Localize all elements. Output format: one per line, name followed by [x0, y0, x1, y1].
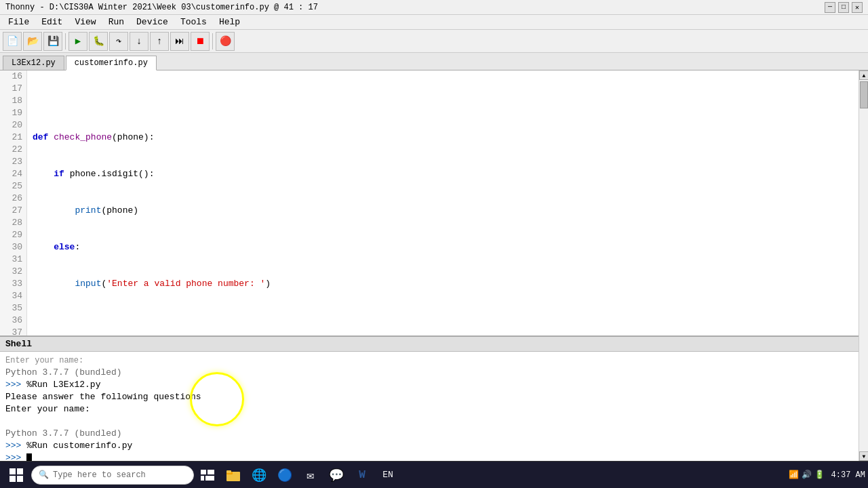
- menu-file[interactable]: File: [3, 16, 35, 28]
- zoom-button[interactable]: 🔴: [216, 32, 235, 51]
- ln-29: 29: [0, 229, 22, 241]
- menu-edit[interactable]: Edit: [36, 16, 68, 28]
- taskbar-time[interactable]: 4:37 AM: [831, 470, 865, 480]
- shell-content[interactable]: Enter your name: Python 3.7.7 (bundled) …: [0, 352, 859, 461]
- save-file-button[interactable]: 💾: [43, 32, 62, 51]
- ln-33: 33: [0, 278, 22, 290]
- code-lines: def check_phone(phone): if phone.isdigit…: [27, 70, 859, 336]
- shell-line-6: >>> %Run customerinfo.py: [5, 440, 853, 452]
- shell-line-4: Enter your name:: [5, 403, 853, 415]
- edge-button[interactable]: 🌐: [247, 463, 271, 487]
- tab-l3ex12[interactable]: L3Ex12.py: [3, 56, 64, 70]
- ln-27: 27: [0, 205, 22, 217]
- code-line-21: input('Enter a valid phone number: '): [33, 278, 859, 290]
- ln-23: 23: [0, 156, 22, 168]
- svg-rect-2: [201, 476, 204, 481]
- svg-rect-3: [205, 476, 214, 481]
- scroll-up-arrow[interactable]: ▲: [859, 70, 868, 80]
- file-explorer-button[interactable]: [221, 463, 245, 487]
- lang-button[interactable]: EN: [376, 463, 400, 487]
- resume-button[interactable]: ⏭: [170, 32, 189, 51]
- ln-24: 24: [0, 168, 22, 180]
- tab-customerinfo[interactable]: customerinfo.py: [66, 56, 157, 70]
- ln-19: 19: [0, 107, 22, 119]
- step-over-button[interactable]: ↷: [109, 32, 128, 51]
- ln-28: 28: [0, 217, 22, 229]
- windows-logo: [9, 468, 23, 482]
- ln-31: 31: [0, 253, 22, 266]
- taskbar-search[interactable]: 🔍 Type here to search: [31, 466, 194, 485]
- maximize-button[interactable]: □: [838, 2, 849, 13]
- ln-32: 32: [0, 266, 22, 278]
- ln-34: 34: [0, 290, 22, 302]
- code-line-20: else:: [33, 241, 859, 253]
- menu-help[interactable]: Help: [214, 16, 245, 28]
- toolbar-sep1: [65, 33, 66, 49]
- step-out-button[interactable]: ↑: [150, 32, 169, 51]
- taskbar: 🔍 Type here to search 🌐 🔵 ✉ 💬 W EN 📶 🔊 🔋…: [0, 461, 868, 488]
- ln-17: 17: [0, 83, 22, 95]
- chrome-button[interactable]: 🔵: [273, 463, 297, 487]
- shell-header: Shell: [0, 337, 859, 352]
- step-into-button[interactable]: ↓: [130, 32, 149, 51]
- toolbar: 📄 📂 💾 ▶ 🐛 ↷ ↓ ↑ ⏭ ⏹ 🔴: [0, 30, 868, 53]
- code-line-16: [33, 95, 859, 107]
- word-button[interactable]: W: [350, 463, 374, 487]
- ln-21: 21: [0, 131, 22, 144]
- titlebar-controls: ─ □ ✕: [825, 2, 863, 13]
- search-placeholder: Type here to search: [53, 470, 146, 480]
- code-line-19: print(phone): [33, 205, 859, 217]
- clock-time: 4:37 AM: [831, 470, 865, 480]
- debug-button[interactable]: 🐛: [89, 32, 108, 51]
- ln-16: 16: [0, 70, 22, 83]
- stop-button[interactable]: ⏹: [191, 32, 210, 51]
- editor-container: 16 17 18 19 20 21 22 23 24 25 26 27 28 2…: [0, 70, 868, 461]
- code-editor[interactable]: 16 17 18 19 20 21 22 23 24 25 26 27 28 2…: [0, 70, 859, 336]
- scroll-track[interactable]: [859, 80, 868, 451]
- toolbar-sep2: [212, 33, 213, 49]
- teams-button[interactable]: 💬: [324, 463, 349, 487]
- run-button[interactable]: ▶: [68, 32, 87, 51]
- code-line-22: [33, 314, 859, 327]
- close-button[interactable]: ✕: [852, 2, 863, 13]
- code-content: 16 17 18 19 20 21 22 23 24 25 26 27 28 2…: [0, 70, 859, 336]
- titlebar: Thonny - D:\CIS30A Winter 2021\Week 03\c…: [0, 0, 868, 15]
- shell-line-5: Python 3.7.7 (bundled): [5, 428, 853, 440]
- battery-icon: 🔋: [814, 470, 825, 480]
- ln-22: 22: [0, 144, 22, 156]
- svg-rect-0: [201, 470, 206, 474]
- ln-26: 26: [0, 192, 22, 205]
- taskbar-tray: 📶 🔊 🔋: [783, 470, 830, 480]
- volume-icon: 🔊: [802, 470, 812, 480]
- editor-wrapper: 16 17 18 19 20 21 22 23 24 25 26 27 28 2…: [0, 70, 868, 461]
- ln-18: 18: [0, 95, 22, 107]
- mail-button[interactable]: ✉: [298, 463, 323, 487]
- new-file-button[interactable]: 📄: [3, 32, 22, 51]
- shell-label: Shell: [5, 339, 32, 349]
- menu-run[interactable]: Run: [103, 16, 130, 28]
- taskview-button[interactable]: [195, 463, 220, 487]
- network-icon: 📶: [789, 470, 799, 480]
- minimize-button[interactable]: ─: [825, 2, 835, 13]
- code-line-18: if phone.isdigit():: [33, 168, 859, 180]
- ln-35: 35: [0, 302, 22, 314]
- menu-device[interactable]: Device: [131, 16, 174, 28]
- svg-rect-1: [208, 470, 214, 474]
- open-file-button[interactable]: 📂: [23, 32, 42, 51]
- shell-blank: [5, 415, 853, 428]
- code-line-17: def check_phone(phone):: [33, 131, 859, 144]
- menu-view[interactable]: View: [69, 16, 101, 28]
- shell-panel: Shell Enter your name: Python 3.7.7 (bun…: [0, 336, 859, 461]
- menu-tools[interactable]: Tools: [175, 16, 212, 28]
- shell-line-2: >>> %Run L3Ex12.py: [5, 379, 853, 391]
- scroll-down-arrow[interactable]: ▼: [859, 451, 868, 461]
- editor-scrollbar[interactable]: ▲ ▼: [859, 70, 868, 461]
- shell-line-1: Python 3.7.7 (bundled): [5, 367, 853, 379]
- ln-30: 30: [0, 241, 22, 253]
- ln-25: 25: [0, 180, 22, 192]
- line-numbers: 16 17 18 19 20 21 22 23 24 25 26 27 28 2…: [0, 70, 27, 336]
- menubar: File Edit View Run Device Tools Help: [0, 15, 868, 30]
- scroll-thumb[interactable]: [860, 81, 868, 108]
- ln-37: 37: [0, 327, 22, 336]
- start-button[interactable]: [3, 463, 30, 487]
